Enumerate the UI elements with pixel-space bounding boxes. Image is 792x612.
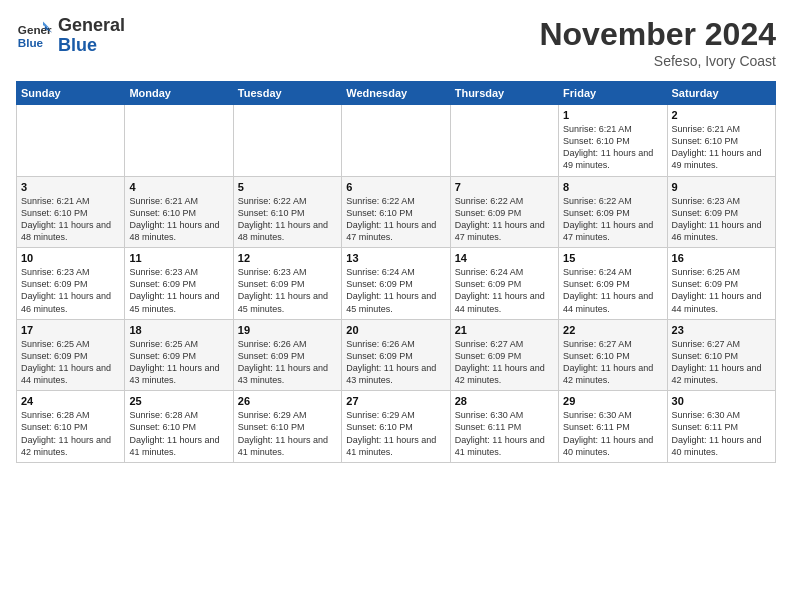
day-number: 23: [672, 324, 771, 336]
day-number: 20: [346, 324, 445, 336]
calendar-header-friday: Friday: [559, 82, 667, 105]
day-info: Sunrise: 6:26 AMSunset: 6:09 PMDaylight:…: [346, 338, 445, 387]
calendar-cell: 11Sunrise: 6:23 AMSunset: 6:09 PMDayligh…: [125, 248, 233, 320]
calendar-cell: 13Sunrise: 6:24 AMSunset: 6:09 PMDayligh…: [342, 248, 450, 320]
calendar-cell: 18Sunrise: 6:25 AMSunset: 6:09 PMDayligh…: [125, 319, 233, 391]
day-info: Sunrise: 6:28 AMSunset: 6:10 PMDaylight:…: [21, 409, 120, 458]
day-number: 15: [563, 252, 662, 264]
day-info: Sunrise: 6:27 AMSunset: 6:09 PMDaylight:…: [455, 338, 554, 387]
day-number: 29: [563, 395, 662, 407]
logo: General Blue General Blue: [16, 16, 125, 56]
day-info: Sunrise: 6:21 AMSunset: 6:10 PMDaylight:…: [21, 195, 120, 244]
day-info: Sunrise: 6:25 AMSunset: 6:09 PMDaylight:…: [129, 338, 228, 387]
calendar-cell: 16Sunrise: 6:25 AMSunset: 6:09 PMDayligh…: [667, 248, 775, 320]
day-info: Sunrise: 6:26 AMSunset: 6:09 PMDaylight:…: [238, 338, 337, 387]
calendar-week-row: 3Sunrise: 6:21 AMSunset: 6:10 PMDaylight…: [17, 176, 776, 248]
calendar-week-row: 17Sunrise: 6:25 AMSunset: 6:09 PMDayligh…: [17, 319, 776, 391]
day-number: 22: [563, 324, 662, 336]
day-info: Sunrise: 6:30 AMSunset: 6:11 PMDaylight:…: [563, 409, 662, 458]
calendar-header-thursday: Thursday: [450, 82, 558, 105]
day-info: Sunrise: 6:22 AMSunset: 6:10 PMDaylight:…: [346, 195, 445, 244]
day-info: Sunrise: 6:30 AMSunset: 6:11 PMDaylight:…: [455, 409, 554, 458]
calendar-cell: 8Sunrise: 6:22 AMSunset: 6:09 PMDaylight…: [559, 176, 667, 248]
calendar-header-monday: Monday: [125, 82, 233, 105]
day-info: Sunrise: 6:24 AMSunset: 6:09 PMDaylight:…: [455, 266, 554, 315]
day-number: 7: [455, 181, 554, 193]
day-info: Sunrise: 6:21 AMSunset: 6:10 PMDaylight:…: [129, 195, 228, 244]
day-info: Sunrise: 6:21 AMSunset: 6:10 PMDaylight:…: [563, 123, 662, 172]
calendar-cell: 15Sunrise: 6:24 AMSunset: 6:09 PMDayligh…: [559, 248, 667, 320]
calendar-week-row: 10Sunrise: 6:23 AMSunset: 6:09 PMDayligh…: [17, 248, 776, 320]
month-title: November 2024: [539, 16, 776, 53]
day-number: 12: [238, 252, 337, 264]
calendar-cell: 26Sunrise: 6:29 AMSunset: 6:10 PMDayligh…: [233, 391, 341, 463]
page-header: General Blue General Blue November 2024 …: [16, 16, 776, 69]
day-info: Sunrise: 6:27 AMSunset: 6:10 PMDaylight:…: [563, 338, 662, 387]
day-info: Sunrise: 6:24 AMSunset: 6:09 PMDaylight:…: [563, 266, 662, 315]
calendar-cell: [342, 105, 450, 177]
day-info: Sunrise: 6:22 AMSunset: 6:09 PMDaylight:…: [563, 195, 662, 244]
day-number: 24: [21, 395, 120, 407]
title-section: November 2024 Sefeso, Ivory Coast: [539, 16, 776, 69]
calendar-cell: 17Sunrise: 6:25 AMSunset: 6:09 PMDayligh…: [17, 319, 125, 391]
day-info: Sunrise: 6:23 AMSunset: 6:09 PMDaylight:…: [129, 266, 228, 315]
calendar-header-saturday: Saturday: [667, 82, 775, 105]
day-info: Sunrise: 6:28 AMSunset: 6:10 PMDaylight:…: [129, 409, 228, 458]
logo-icon: General Blue: [16, 18, 52, 54]
calendar-cell: 25Sunrise: 6:28 AMSunset: 6:10 PMDayligh…: [125, 391, 233, 463]
day-number: 13: [346, 252, 445, 264]
day-info: Sunrise: 6:23 AMSunset: 6:09 PMDaylight:…: [238, 266, 337, 315]
calendar-header-row: SundayMondayTuesdayWednesdayThursdayFrid…: [17, 82, 776, 105]
day-number: 3: [21, 181, 120, 193]
day-number: 17: [21, 324, 120, 336]
calendar-cell: 19Sunrise: 6:26 AMSunset: 6:09 PMDayligh…: [233, 319, 341, 391]
day-number: 11: [129, 252, 228, 264]
day-number: 9: [672, 181, 771, 193]
calendar-cell: 2Sunrise: 6:21 AMSunset: 6:10 PMDaylight…: [667, 105, 775, 177]
calendar-cell: 27Sunrise: 6:29 AMSunset: 6:10 PMDayligh…: [342, 391, 450, 463]
calendar-cell: 12Sunrise: 6:23 AMSunset: 6:09 PMDayligh…: [233, 248, 341, 320]
day-number: 6: [346, 181, 445, 193]
calendar-cell: [125, 105, 233, 177]
day-info: Sunrise: 6:22 AMSunset: 6:09 PMDaylight:…: [455, 195, 554, 244]
day-number: 30: [672, 395, 771, 407]
svg-text:Blue: Blue: [18, 36, 44, 49]
calendar-cell: 21Sunrise: 6:27 AMSunset: 6:09 PMDayligh…: [450, 319, 558, 391]
day-number: 1: [563, 109, 662, 121]
calendar-cell: 3Sunrise: 6:21 AMSunset: 6:10 PMDaylight…: [17, 176, 125, 248]
calendar-cell: 28Sunrise: 6:30 AMSunset: 6:11 PMDayligh…: [450, 391, 558, 463]
day-info: Sunrise: 6:30 AMSunset: 6:11 PMDaylight:…: [672, 409, 771, 458]
calendar-cell: 30Sunrise: 6:30 AMSunset: 6:11 PMDayligh…: [667, 391, 775, 463]
day-info: Sunrise: 6:24 AMSunset: 6:09 PMDaylight:…: [346, 266, 445, 315]
calendar-cell: 29Sunrise: 6:30 AMSunset: 6:11 PMDayligh…: [559, 391, 667, 463]
calendar-week-row: 1Sunrise: 6:21 AMSunset: 6:10 PMDaylight…: [17, 105, 776, 177]
calendar-header-sunday: Sunday: [17, 82, 125, 105]
location-subtitle: Sefeso, Ivory Coast: [539, 53, 776, 69]
calendar-cell: 5Sunrise: 6:22 AMSunset: 6:10 PMDaylight…: [233, 176, 341, 248]
day-info: Sunrise: 6:21 AMSunset: 6:10 PMDaylight:…: [672, 123, 771, 172]
calendar-cell: 22Sunrise: 6:27 AMSunset: 6:10 PMDayligh…: [559, 319, 667, 391]
day-info: Sunrise: 6:25 AMSunset: 6:09 PMDaylight:…: [672, 266, 771, 315]
calendar-cell: 23Sunrise: 6:27 AMSunset: 6:10 PMDayligh…: [667, 319, 775, 391]
calendar-header-tuesday: Tuesday: [233, 82, 341, 105]
day-number: 16: [672, 252, 771, 264]
day-number: 28: [455, 395, 554, 407]
day-info: Sunrise: 6:22 AMSunset: 6:10 PMDaylight:…: [238, 195, 337, 244]
calendar-table: SundayMondayTuesdayWednesdayThursdayFrid…: [16, 81, 776, 463]
day-number: 4: [129, 181, 228, 193]
logo-text: General Blue: [58, 16, 125, 56]
day-info: Sunrise: 6:27 AMSunset: 6:10 PMDaylight:…: [672, 338, 771, 387]
calendar-cell: 4Sunrise: 6:21 AMSunset: 6:10 PMDaylight…: [125, 176, 233, 248]
calendar-cell: [233, 105, 341, 177]
day-info: Sunrise: 6:25 AMSunset: 6:09 PMDaylight:…: [21, 338, 120, 387]
calendar-cell: 9Sunrise: 6:23 AMSunset: 6:09 PMDaylight…: [667, 176, 775, 248]
day-info: Sunrise: 6:23 AMSunset: 6:09 PMDaylight:…: [21, 266, 120, 315]
day-number: 27: [346, 395, 445, 407]
calendar-header-wednesday: Wednesday: [342, 82, 450, 105]
calendar-cell: [17, 105, 125, 177]
day-number: 10: [21, 252, 120, 264]
day-number: 18: [129, 324, 228, 336]
day-number: 5: [238, 181, 337, 193]
day-number: 26: [238, 395, 337, 407]
calendar-cell: 14Sunrise: 6:24 AMSunset: 6:09 PMDayligh…: [450, 248, 558, 320]
